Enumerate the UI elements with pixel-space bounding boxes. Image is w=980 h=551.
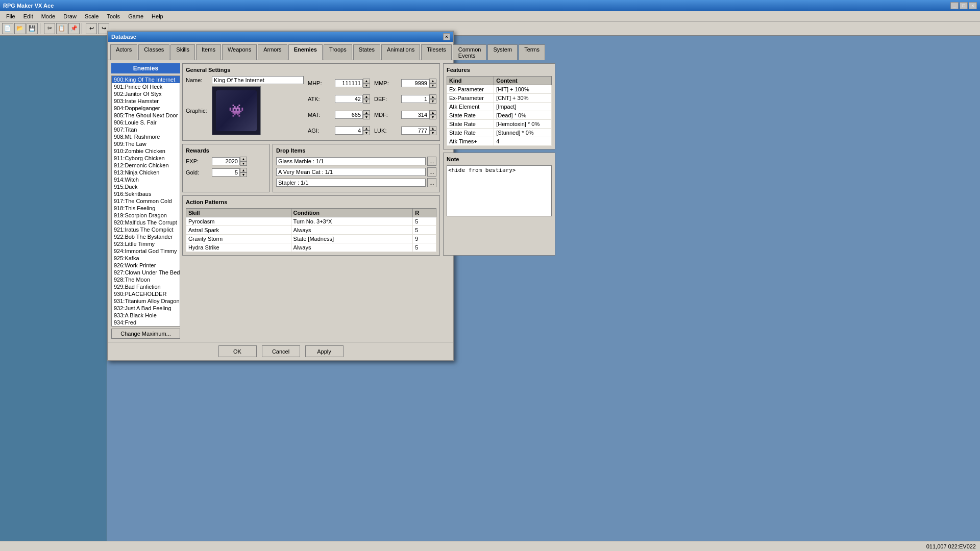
note-textarea[interactable]: <hide from bestiary> bbox=[447, 165, 552, 216]
agi-up[interactable]: ▲ bbox=[363, 126, 370, 131]
mat-down[interactable]: ▼ bbox=[363, 115, 370, 119]
atk-up[interactable]: ▲ bbox=[363, 94, 370, 99]
list-item[interactable]: 904:Doppelganger bbox=[112, 105, 180, 112]
list-item[interactable]: 928:The Moon bbox=[112, 276, 180, 283]
list-item[interactable]: 900:King Of The Internet bbox=[112, 76, 180, 83]
tab-items[interactable]: Items bbox=[196, 44, 221, 60]
menu-draw[interactable]: Draw bbox=[59, 12, 81, 20]
list-item[interactable]: 903:Irate Hamster bbox=[112, 97, 180, 105]
tab-skills[interactable]: Skills bbox=[170, 44, 195, 60]
dialog-close-button[interactable]: × bbox=[443, 33, 450, 40]
drop-item-3-input[interactable] bbox=[276, 179, 426, 187]
tab-common-events[interactable]: Common Events bbox=[453, 44, 487, 60]
list-item[interactable]: 923:Little Timmy bbox=[112, 240, 180, 247]
apply-button[interactable]: Apply bbox=[305, 345, 344, 357]
exp-up[interactable]: ▲ bbox=[240, 157, 247, 161]
list-item[interactable]: 929:Bad Fanfiction bbox=[112, 283, 180, 290]
toolbar-undo[interactable]: ↩ bbox=[86, 23, 97, 34]
toolbar-cut[interactable]: ✂ bbox=[44, 23, 55, 34]
mhp-down[interactable]: ▼ bbox=[363, 83, 370, 88]
toolbar-new[interactable]: 📄 bbox=[2, 23, 13, 34]
drop-item-2-btn[interactable]: … bbox=[427, 167, 436, 177]
luk-input[interactable] bbox=[401, 127, 429, 135]
list-item[interactable]: 930:PLACEHOLDER bbox=[112, 290, 180, 297]
mmp-input[interactable] bbox=[401, 79, 429, 87]
list-item[interactable]: 933:A Black Hole bbox=[112, 312, 180, 319]
tab-terms[interactable]: Terms bbox=[519, 44, 545, 60]
list-item[interactable]: 907:Titan bbox=[112, 126, 180, 133]
atk-input[interactable] bbox=[335, 95, 363, 103]
list-item[interactable]: 917:The Common Cold bbox=[112, 197, 180, 205]
list-item[interactable]: 902:Janitor Of Styx bbox=[112, 90, 180, 97]
close-button[interactable]: × bbox=[969, 2, 977, 9]
tab-tilesets[interactable]: Tilesets bbox=[421, 44, 452, 60]
luk-down[interactable]: ▼ bbox=[429, 131, 436, 135]
mhp-up[interactable]: ▲ bbox=[363, 79, 370, 83]
def-input[interactable] bbox=[401, 95, 429, 103]
mhp-input[interactable] bbox=[335, 79, 363, 87]
menu-tools[interactable]: Tools bbox=[103, 12, 124, 20]
tab-weapons[interactable]: Weapons bbox=[222, 44, 257, 60]
list-item[interactable]: 906:Louie S. Fair bbox=[112, 119, 180, 126]
enemy-list[interactable]: 900:King Of The Internet901:Prince Of He… bbox=[111, 76, 180, 327]
list-item[interactable]: 927:Clown Under The Bed bbox=[112, 269, 180, 276]
gold-up[interactable]: ▲ bbox=[240, 168, 247, 172]
toolbar-save[interactable]: 💾 bbox=[27, 23, 38, 34]
mdf-down[interactable]: ▼ bbox=[429, 115, 436, 119]
exp-input[interactable] bbox=[212, 157, 240, 165]
tab-classes[interactable]: Classes bbox=[138, 44, 169, 60]
list-item[interactable]: 910:Zombie Chicken bbox=[112, 147, 180, 155]
menu-scale[interactable]: Scale bbox=[81, 12, 103, 20]
exp-down[interactable]: ▼ bbox=[240, 161, 247, 166]
graphic-display[interactable]: 👾 bbox=[212, 86, 261, 135]
list-item[interactable]: 932:Just A Bad Feeling bbox=[112, 305, 180, 312]
list-item[interactable]: 925:Kafka bbox=[112, 255, 180, 262]
list-item[interactable]: 924:Immortal God Timmy bbox=[112, 247, 180, 255]
mmp-up[interactable]: ▲ bbox=[429, 79, 436, 83]
toolbar-copy[interactable]: 📋 bbox=[56, 23, 67, 34]
tab-enemies[interactable]: Enemies bbox=[288, 44, 323, 60]
menu-edit[interactable]: Edit bbox=[19, 12, 37, 20]
drop-item-3-btn[interactable]: … bbox=[427, 178, 436, 187]
toolbar-paste[interactable]: 📌 bbox=[68, 23, 80, 34]
def-up[interactable]: ▲ bbox=[429, 94, 436, 99]
tab-actors[interactable]: Actors bbox=[110, 44, 137, 60]
cancel-button[interactable]: Cancel bbox=[262, 345, 300, 357]
menu-mode[interactable]: Mode bbox=[37, 12, 60, 20]
list-item[interactable]: 934:Fred bbox=[112, 319, 180, 326]
list-item[interactable]: 901:Prince Of Heck bbox=[112, 83, 180, 90]
list-item[interactable]: 913:Ninja Chicken bbox=[112, 169, 180, 176]
tab-animations[interactable]: Animations bbox=[381, 44, 420, 60]
name-input[interactable] bbox=[212, 76, 304, 84]
list-item[interactable]: 911:Cyborg Chicken bbox=[112, 155, 180, 162]
list-item[interactable]: 931:Titanium Alloy Dragon bbox=[112, 297, 180, 305]
maximize-button[interactable]: □ bbox=[960, 2, 968, 9]
list-item[interactable]: 919:Scorpion Dragon bbox=[112, 212, 180, 219]
ok-button[interactable]: OK bbox=[218, 345, 257, 357]
tab-states[interactable]: States bbox=[353, 44, 380, 60]
menu-help[interactable]: Help bbox=[148, 12, 167, 20]
drop-item-1-btn[interactable]: … bbox=[427, 157, 436, 166]
list-item[interactable]: 912:Demonic Chicken bbox=[112, 162, 180, 169]
def-down[interactable]: ▼ bbox=[429, 99, 436, 104]
drop-item-2-input[interactable] bbox=[276, 168, 426, 176]
list-item[interactable]: 921:Iratus The Complict bbox=[112, 226, 180, 233]
tab-armors[interactable]: Armors bbox=[258, 44, 287, 60]
minimize-button[interactable]: _ bbox=[950, 2, 959, 9]
mat-up[interactable]: ▲ bbox=[363, 110, 370, 115]
gold-input[interactable] bbox=[212, 168, 240, 177]
gold-down[interactable]: ▼ bbox=[240, 172, 247, 177]
list-item[interactable]: 905:The Ghoul Next Door bbox=[112, 112, 180, 119]
toolbar-open[interactable]: 📂 bbox=[14, 23, 26, 34]
atk-down[interactable]: ▼ bbox=[363, 99, 370, 104]
list-item[interactable]: 918:This Feeling bbox=[112, 205, 180, 212]
list-item[interactable]: 916:Sekritbaus bbox=[112, 190, 180, 197]
mdf-up[interactable]: ▲ bbox=[429, 110, 436, 115]
list-item[interactable]: 920:Malfidus The Corrupt bbox=[112, 219, 180, 226]
tab-troops[interactable]: Troops bbox=[324, 44, 352, 60]
mdf-input[interactable] bbox=[401, 111, 429, 119]
list-item[interactable]: 915:Duck bbox=[112, 183, 180, 190]
mmp-down[interactable]: ▼ bbox=[429, 83, 436, 88]
drop-item-1-input[interactable] bbox=[276, 157, 426, 165]
tab-system[interactable]: System bbox=[487, 44, 518, 60]
